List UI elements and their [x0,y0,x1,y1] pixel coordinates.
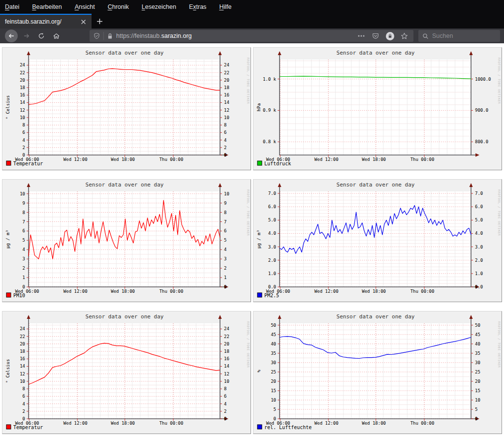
x-tick-label: Wed 12:00 [63,421,88,426]
chart-image-pm25: 0.00.01.01.02.02.03.03.04.04.05.05.06.06… [253,180,502,302]
y-tick-label: 0 [475,416,477,421]
y-tick-label: 9 [23,201,25,206]
y-tick-label: 10 [20,115,25,120]
menu-item-hilfe[interactable]: Hilfe [219,3,231,10]
legend-swatch [6,293,11,297]
forward-icon [23,32,30,39]
forward-button[interactable] [20,30,33,42]
page-actions-button[interactable] [356,31,367,41]
menu-item-extras[interactable]: Extras [189,3,206,10]
y-tick-label: 4 [23,138,25,143]
y-tick-label: 16 [224,356,229,361]
search-input[interactable] [432,32,496,39]
y-tick-label: 2 [224,145,226,150]
y-tick-label: 6 [23,130,25,135]
tab-title: feinstaub.sarazin.org/ [5,18,76,25]
y-tick-label: 10 [271,398,276,403]
home-button[interactable] [49,30,63,42]
y-tick-label: 35 [475,351,480,356]
menu-item-lesezeichen[interactable]: Lesezeichen [142,3,176,10]
y-tick-label: 30 [475,360,480,365]
y-tick-label: 8 [224,386,226,391]
x-tick-label: Wed 12:00 [63,157,88,162]
y-tick-label: 45 [475,332,480,337]
y-tick-label: 25 [271,370,276,374]
new-tab-button[interactable] [92,14,107,29]
y-tick-label: 5 [475,407,477,412]
tab-close-icon[interactable] [79,17,88,26]
y-tick-label: 2 [23,145,25,150]
reload-button[interactable] [34,30,48,42]
y-tick-label: 45 [271,332,276,337]
y-tick-label: 40 [475,342,480,346]
pocket-button[interactable] [370,31,381,41]
permissions-button[interactable] [384,31,395,41]
y-tick-label: 20 [224,78,229,83]
y-tick-label: 900.0 [475,108,488,113]
browser-window: DateiBearbeitenAnsichtChronikLesezeichen… [0,0,504,435]
https-lock-icon [107,33,113,39]
legend-swatch [257,425,262,429]
y-tick-label: 0 [224,416,226,421]
search-icon [422,33,429,39]
menu-item-chronik[interactable]: Chronik [108,3,129,10]
y-tick-label: 3 [224,256,226,261]
url-bar[interactable]: https://feinstaub.sarazin.org [90,30,413,42]
chart-panel-luftdruck: 0.8 k800.00.9 k900.01.0 k1000.0Wed 06:00… [253,47,502,170]
back-button[interactable] [4,30,19,42]
y-tick-label: 30 [271,360,276,365]
y-tick-label: 2.0 [475,258,483,263]
chart-panel-pm10: 001122334455667788991010Wed 06:00Wed 12:… [2,179,251,302]
tab-feinstaub[interactable]: feinstaub.sarazin.org/ [0,14,92,29]
navigation-toolbar: https://feinstaub.sarazin.org [0,29,504,43]
legend-label: PM10 [13,293,25,298]
search-bar[interactable] [418,30,500,42]
menu-item-bearbeiten[interactable]: Bearbeiten [32,3,62,10]
legend-label: rel. Luftfeuchte [264,425,312,430]
rrdtool-watermark: RRDTOOL / TOBI OETIKER [247,58,250,104]
y-tick-label: 20 [475,379,480,384]
y-tick-label: 20 [271,379,276,384]
y-tick-label: 10 [20,379,25,384]
back-icon [5,30,18,42]
legend-swatch [257,293,262,297]
y-tick-label: 1000.0 [475,77,491,82]
reload-icon [38,32,45,39]
urlbar-divider [103,32,104,40]
y-axis-label: µg / m³ [5,230,10,249]
chart-title: Sensor data over one day [337,182,415,188]
y-tick-label: 2 [224,409,226,414]
page-content: 0022446688101012121414161618182020222224… [0,43,504,435]
y-tick-label: 18 [20,85,25,90]
y-tick-label: 6 [23,228,25,233]
chart-image-temperatur-2: 0022446688101012121414161618182020222224… [2,311,251,434]
y-tick-label: 4 [23,402,25,406]
y-tick-label: 6 [23,394,25,399]
y-tick-label: 15 [475,388,480,393]
y-tick-label: 10 [224,191,229,196]
y-tick-label: 24 [224,62,229,67]
chart-image-pm10: 001122334455667788991010Wed 06:00Wed 12:… [2,180,251,302]
y-tick-label: 5.0 [475,218,483,222]
menu-item-ansicht[interactable]: Ansicht [75,3,95,10]
y-tick-label: 1.0 [268,271,276,276]
rrdtool-watermark: RRDTOOL / TOBI OETIKER [498,189,501,236]
home-icon [53,32,60,40]
y-tick-label: 7 [23,219,25,224]
y-tick-label: 1 [23,275,25,280]
y-tick-label: 7.0 [475,191,483,196]
y-tick-label: 12 [20,108,25,113]
y-tick-label: 50 [475,323,480,328]
y-tick-label: 3.0 [268,245,276,249]
y-tick-label: 4 [224,138,226,143]
x-tick-label: Wed 12:00 [315,157,339,162]
url-text: https://feinstaub.sarazin.org [116,32,192,39]
chart-panel-luftfeuchte: 0055101015152020252530303535404045455050… [253,311,502,434]
y-tick-label: 50 [271,323,276,328]
legend-swatch [257,161,262,165]
y-axis-label: ° Celsius [5,359,10,383]
y-tick-label: 24 [224,326,229,331]
bookmark-button[interactable] [399,31,410,41]
x-tick-label: Wed 18:00 [111,157,135,162]
menu-item-datei[interactable]: Datei [5,3,19,10]
